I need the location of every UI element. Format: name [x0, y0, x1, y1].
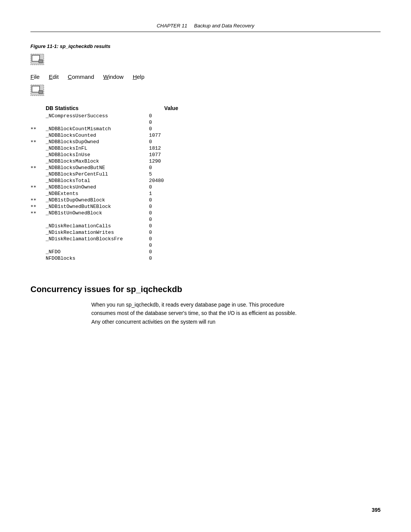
table-row: **_NDBBlocksUnOwned0: [30, 184, 183, 190]
row-marker: [30, 190, 46, 197]
svg-rect-2: [39, 60, 43, 63]
row-value: 0: [149, 249, 183, 255]
row-marker: **: [30, 203, 46, 210]
col2-header: Value: [149, 104, 183, 113]
row-name: _NDiskReclamationCalls: [46, 223, 149, 229]
row-marker: [30, 132, 46, 139]
db-statistics-table: DB Statistics Value _NCompressUserSucces…: [30, 104, 183, 262]
row-value: 1290: [149, 158, 183, 165]
row-name: _NDBBlocksPerCentFull: [46, 171, 149, 177]
row-marker: [30, 177, 46, 184]
table-row: _NDiskReclamationWrites0: [30, 229, 183, 236]
table-row: _NFDO0: [30, 249, 183, 255]
row-marker: [30, 236, 46, 242]
screenshot-container: File Edit Command Window Help DB Statist…: [30, 54, 183, 262]
svg-rect-4: [32, 86, 40, 92]
row-value: 0: [149, 119, 183, 126]
table-row: _NDiskReclamationBlocksFre0: [30, 236, 183, 242]
table-row: **_NDBBlockCountMismatch0: [30, 126, 183, 132]
row-value: 0: [149, 184, 183, 190]
menu-help[interactable]: Help: [133, 73, 145, 80]
row-value: 0: [149, 210, 183, 216]
table-row: 0: [30, 119, 183, 126]
row-name: _NDBBlocksInFL: [46, 145, 149, 152]
table-row: 0: [30, 242, 183, 249]
row-name: _NDB1stOwnedButNEBlock: [46, 203, 149, 210]
table-row: **_NDB1stOwnedButNEBlock0: [30, 203, 183, 210]
menu-file[interactable]: File: [30, 73, 40, 80]
menu-window[interactable]: Window: [103, 73, 123, 80]
row-name: [46, 242, 149, 249]
table-row: _NDBBlocksMaxBlock1290: [30, 158, 183, 165]
row-name: _NDiskReclamationBlocksFre: [46, 236, 149, 242]
table-row: **_NDBBlocksDupOwned0: [30, 139, 183, 145]
row-name: _NDBBlocksMaxBlock: [46, 158, 149, 165]
row-name: _NDBBlocksTotal: [46, 177, 149, 184]
row-marker: [30, 145, 46, 152]
row-name: _NCompressUserSuccess: [46, 113, 149, 119]
row-value: 0: [149, 113, 183, 119]
concurrency-heading: Concurrency issues for sp_iqcheckdb: [30, 284, 381, 294]
table-row: **_NDB1stUnOwnedBlock0: [30, 210, 183, 216]
row-marker: [30, 158, 46, 165]
row-value: 0: [149, 242, 183, 249]
row-name: _NFDO: [46, 249, 149, 255]
table-row: _NDBBlocksCounted1077: [30, 132, 183, 139]
row-value: 0: [149, 197, 183, 203]
row-value: 0: [149, 229, 183, 236]
svg-rect-1: [32, 55, 40, 61]
row-marker: [30, 249, 46, 255]
row-value: 1: [149, 190, 183, 197]
row-name: _NDBBlocksCounted: [46, 132, 149, 139]
col1-header: DB Statistics: [46, 104, 149, 113]
row-marker: [30, 229, 46, 236]
table-row: _NDBBlocksInFL1812: [30, 145, 183, 152]
row-name: _NDBExtents: [46, 190, 149, 197]
row-name: _NDB1stDupOwnedBlock: [46, 197, 149, 203]
table-row: **_NDB1stDupOwnedBlock0: [30, 197, 183, 203]
row-value: 1077: [149, 152, 183, 158]
row-value: 0: [149, 255, 183, 262]
menu-edit[interactable]: Edit: [49, 73, 59, 80]
row-name: _NDBBlockCountMismatch: [46, 126, 149, 132]
table-row: _NCompressUserSuccess0: [30, 113, 183, 119]
row-marker: **: [30, 210, 46, 216]
row-marker: **: [30, 165, 46, 171]
chapter-number: CHAPTER 11: [157, 23, 187, 29]
row-name: _NDBBlocksDupOwned: [46, 139, 149, 145]
page: CHAPTER 11 Backup and Data Recovery Figu…: [0, 0, 411, 532]
table-row: _NDBBlocksInUse1077: [30, 152, 183, 158]
app-icon-bottom: [30, 85, 183, 97]
row-name: NFDOBlocks: [46, 255, 149, 262]
row-marker: [30, 255, 46, 262]
row-marker: **: [30, 139, 46, 145]
row-value: 0: [149, 203, 183, 210]
row-name: _NDBBlocksOwnedButNE: [46, 165, 149, 171]
row-name: _NDiskReclamationWrites: [46, 229, 149, 236]
row-marker: [30, 216, 46, 223]
row-marker: **: [30, 184, 46, 190]
menu-bar: File Edit Command Window Help: [30, 72, 183, 81]
table-row: **_NDBBlocksOwnedButNE0: [30, 165, 183, 171]
row-name: [46, 216, 149, 223]
menu-command[interactable]: Command: [68, 73, 94, 80]
app-icon-top: [30, 54, 183, 67]
row-marker: [30, 223, 46, 229]
section-divider: [30, 273, 381, 284]
table-row: NFDOBlocks0: [30, 255, 183, 262]
row-name: [46, 119, 149, 126]
row-name: _NDB1stUnOwnedBlock: [46, 210, 149, 216]
row-value: 20480: [149, 177, 183, 184]
row-marker: [30, 171, 46, 177]
top-toolbar: [30, 54, 183, 68]
bottom-toolbar: [30, 85, 183, 101]
row-value: 0: [149, 126, 183, 132]
row-marker: [30, 113, 46, 119]
row-value: 1077: [149, 132, 183, 139]
row-value: 5: [149, 171, 183, 177]
chapter-header: CHAPTER 11 Backup and Data Recovery: [30, 23, 381, 32]
figure-label: Figure 11-1: sp_iqcheckdb results: [30, 43, 381, 49]
concurrency-body: When you run sp_iqcheckdb, it reads ever…: [91, 300, 304, 326]
row-value: 0: [149, 165, 183, 171]
row-value: 1812: [149, 145, 183, 152]
